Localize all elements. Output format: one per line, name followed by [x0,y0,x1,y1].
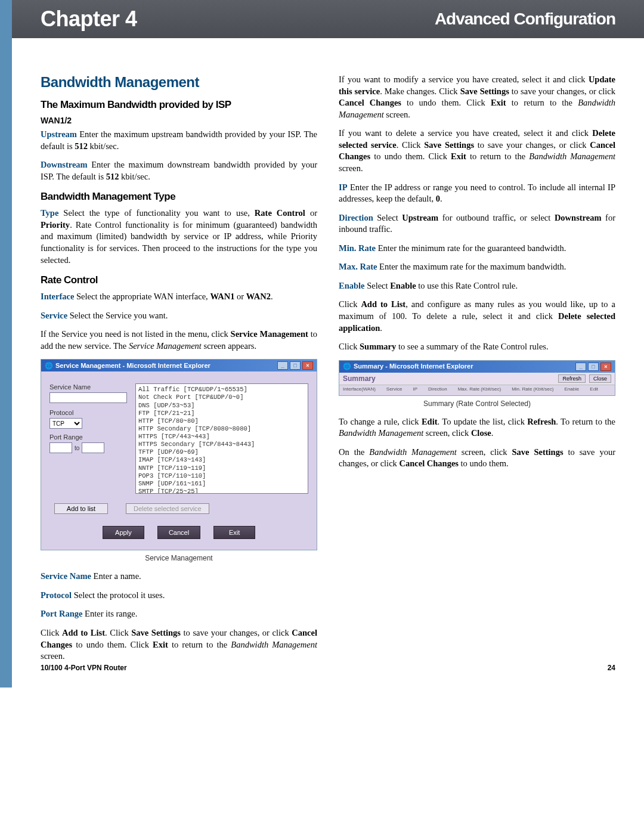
para-type: Type Select the type of functionality yo… [41,208,317,266]
screenshot-service-management: 🌐Service Management - Microsoft Internet… [41,359,317,550]
window-title: 🌐Service Management - Microsoft Internet… [45,362,210,370]
service-list-item[interactable]: Not Check Port [TCP&UDP/0~0] [138,394,305,401]
service-list-item[interactable]: HTTP Secondary [TCP/8080~8080] [138,425,305,433]
input-service-name[interactable] [49,392,127,403]
footer-product: 10/100 4-Port VPN Router [41,664,127,672]
select-protocol[interactable]: TCP [49,418,82,429]
caption-service-management: Service Management [41,554,317,562]
service-list-item[interactable]: All Traffic [TCP&UDP/1~65535] [138,386,305,394]
right-column: If you want to modify a service you have… [339,74,615,670]
para-max-rate: Max. Rate Enter the maximum rate for the… [339,261,615,273]
summary-column-header: Min. Rate (Kbit/sec) [512,386,553,392]
term-direction: Direction [339,213,373,222]
service-list-item[interactable]: HTTP [TCP/80~80] [138,417,305,425]
para-interface: Interface Select the appropriate WAN int… [41,291,317,303]
para-summary: Click Summary to see a summary of the Ra… [339,341,615,353]
input-port-to[interactable] [82,442,104,453]
para-port-range: Port Range Enter its range. [41,608,317,620]
para-protocol: Protocol Select the protocol it uses. [41,590,317,602]
service-list-item[interactable]: SNMP [UDP/161~161] [138,480,305,488]
minimize-icon[interactable]: _ [575,363,586,371]
term-upstream: Upstream [41,129,77,139]
para-modify-service: If you want to modify a service you have… [339,74,615,120]
para-upstream: Upstream Enter the maximum upstream band… [41,129,317,152]
service-list-item[interactable]: DNS [UDP/53~53] [138,402,305,410]
service-list-item[interactable]: IMAP [TCP/143~143] [138,456,305,464]
close-icon[interactable]: × [600,363,611,371]
window-controls: _ □ × [277,361,313,370]
chapter-header: Chapter 4 Advanced Configuration [12,0,644,38]
minimize-icon[interactable]: _ [277,361,288,370]
listbox-services[interactable]: All Traffic [TCP&UDP/1~65535]Not Check P… [135,383,308,494]
para-enable: Enable Select Enable to use this Rate Co… [339,280,615,292]
para-add-rules: Click Add to List, and configure as many… [339,299,615,334]
service-list-item[interactable]: TFTP [UDP/69~69] [138,448,305,456]
button-apply[interactable]: Apply [103,526,144,539]
chapter-title: Advanced Configuration [435,10,615,29]
summary-window-title: 🌐Summary - Microsoft Internet Explorer [343,363,473,370]
service-list-item[interactable]: HTTPS [TCP/443~443] [138,433,305,441]
label-to: to [75,445,79,451]
subsection-max-bandwidth: The Maximum Bandwidth provided by ISP [41,99,317,111]
para-ip: IP Enter the IP address or range you nee… [339,182,615,205]
para-add-to-list: Click Add to List. Click Save Settings t… [41,627,317,662]
para-change-rule: To change a rule, click Edit. To update … [339,416,615,439]
footer-page-number: 24 [608,664,615,672]
maximize-icon[interactable]: □ [588,363,599,371]
close-icon[interactable]: × [302,361,313,370]
para-direction: Direction Select Upstream for outbound t… [339,212,615,236]
maximize-icon[interactable]: □ [290,361,301,370]
term-type: Type [41,208,58,218]
side-strip [0,0,12,688]
summary-column-header: IP [413,386,418,392]
subsection-bm-type: Bandwidth Management Type [41,191,317,203]
para-downstream: Downstream Enter the maximum downstream … [41,159,317,182]
term-max-rate: Max. Rate [339,262,377,271]
summary-titlebar: 🌐Summary - Microsoft Internet Explorer _… [339,361,615,373]
term-downstream: Downstream [41,160,88,169]
screenshot-summary: 🌐Summary - Microsoft Internet Explorer _… [339,360,615,396]
summary-column-header: Edit [590,386,598,392]
para-min-rate: Min. Rate Enter the minimum rate for the… [339,243,615,255]
button-cancel[interactable]: Cancel [157,526,200,539]
service-list-item[interactable]: SMTP [TCP/25~25] [138,488,305,494]
button-add-to-list[interactable]: Add to list [54,503,108,514]
window-controls: _ □ × [575,363,611,371]
button-refresh[interactable]: Refresh [558,374,586,383]
service-list-item[interactable]: HTTPS Secondary [TCP/8443~8443] [138,441,305,448]
summary-column-header: Max. Rate (Kbit/sec) [458,386,501,392]
term-service: Service [41,311,67,320]
button-close[interactable]: Close [589,374,611,383]
caption-summary: Summary (Rate Control Selected) [339,400,615,408]
summary-column-header: Interface(WAN) [343,386,376,392]
summary-table-header: Interface(WAN)ServiceIPDirectionMax. Rat… [339,385,615,395]
service-list-item[interactable]: FTP [TCP/21~21] [138,410,305,417]
section-bandwidth-management: Bandwidth Management [41,74,317,91]
para-service-mgmt: If the Service you need is not listed in… [41,329,317,352]
term-port-range: Port Range [41,609,82,618]
window-body: Service Name Protocol TCP Port Range to [41,371,317,550]
button-exit[interactable]: Exit [213,526,255,539]
para-delete-service: If you want to delete a service you have… [339,128,615,174]
button-delete-selected-service[interactable]: Delete selected service [126,503,209,514]
page-footer: 10/100 4-Port VPN Router 24 [41,664,615,672]
service-list-item[interactable]: POP3 [TCP/110~110] [138,472,305,480]
term-ip: IP [339,182,348,192]
term-enable: Enable [339,281,365,290]
ie-icon: 🌐 [343,363,351,370]
subsection-rate-control: Rate Control [41,274,317,286]
label-port-range: Port Range [49,433,127,441]
ie-icon: 🌐 [45,362,53,369]
summary-heading: Summary [343,374,376,383]
input-port-from[interactable] [49,442,72,453]
label-service-name: Service Name [49,383,127,391]
chapter-number: Chapter 4 [41,7,137,32]
heading-wan12: WAN1/2 [41,116,317,125]
label-protocol: Protocol [49,409,127,416]
service-list-item[interactable]: NNTP [TCP/119~119] [138,465,305,472]
para-save-settings: On the Bandwidth Management screen, clic… [339,447,615,470]
form-left: Service Name Protocol TCP Port Range to [49,383,127,494]
summary-column-header: Service [386,386,402,392]
summary-column-header: Enable [564,386,579,392]
left-column: Bandwidth Management The Maximum Bandwid… [41,74,317,670]
